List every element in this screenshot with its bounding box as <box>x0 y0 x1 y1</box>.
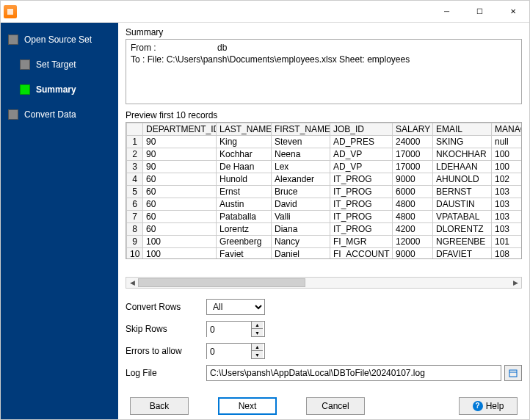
table-cell[interactable]: DLORENTZ <box>433 222 492 235</box>
table-row[interactable]: 9100GreenbergNancyFI_MGR12000NGREENBE101 <box>127 235 523 247</box>
sidebar-step-summary[interactable]: Summary <box>4 82 115 98</box>
table-cell[interactable]: null <box>492 135 523 148</box>
help-button[interactable]: ? Help <box>459 397 518 415</box>
table-cell[interactable]: Steven <box>272 135 330 148</box>
scroll-left-icon[interactable]: ◀ <box>126 278 138 288</box>
table-row[interactable]: 560ErnstBruceIT_PROG6000BERNST103 <box>127 185 523 198</box>
column-header[interactable]: LAST_NAME <box>217 123 272 135</box>
horizontal-scrollbar[interactable]: ◀ ▶ <box>126 277 522 289</box>
log-file-input[interactable] <box>206 365 501 381</box>
column-header[interactable]: EMAIL <box>433 123 492 135</box>
table-cell[interactable]: 4200 <box>393 222 433 235</box>
table-cell[interactable]: 17000 <box>393 160 433 173</box>
table-cell[interactable]: 100 <box>492 148 523 160</box>
minimize-button[interactable]: ─ <box>430 1 463 23</box>
table-cell[interactable]: 90 <box>143 160 217 173</box>
table-cell[interactable]: Valli <box>272 210 330 222</box>
row-number[interactable]: 2 <box>127 148 143 160</box>
column-header[interactable]: JOB_ID <box>330 123 393 135</box>
table-row[interactable]: 460HunoldAlexanderIT_PROG9000AHUNOLD102 <box>127 173 523 185</box>
table-cell[interactable]: AD_VP <box>330 160 393 173</box>
row-number[interactable]: 4 <box>127 173 143 185</box>
table-cell[interactable]: Faviet <box>217 247 272 259</box>
table-cell[interactable]: Lorentz <box>217 222 272 235</box>
table-cell[interactable]: BERNST <box>433 185 492 198</box>
table-cell[interactable]: DAUSTIN <box>433 198 492 210</box>
table-cell[interactable]: 90 <box>143 148 217 160</box>
column-header[interactable]: DEPARTMENT_ID <box>143 123 217 135</box>
table-cell[interactable]: IT_PROG <box>330 198 393 210</box>
table-cell[interactable]: 108 <box>492 247 523 259</box>
table-cell[interactable]: Hunold <box>217 173 272 185</box>
table-cell[interactable]: LDEHAAN <box>433 160 492 173</box>
table-cell[interactable]: 103 <box>492 210 523 222</box>
table-cell[interactable]: FI_MGR <box>330 235 393 247</box>
spinner-down-icon[interactable]: ▼ <box>252 329 263 336</box>
table-cell[interactable]: David <box>272 198 330 210</box>
skip-rows-input[interactable] <box>207 322 251 338</box>
table-cell[interactable]: 100 <box>143 235 217 247</box>
back-button[interactable]: Back <box>130 397 189 415</box>
table-cell[interactable]: 101 <box>492 235 523 247</box>
table-cell[interactable]: AD_VP <box>330 148 393 160</box>
table-cell[interactable]: 17000 <box>393 148 433 160</box>
close-button[interactable]: ✕ <box>496 1 529 23</box>
spinner-up-icon[interactable]: ▲ <box>252 344 263 352</box>
row-number[interactable]: 5 <box>127 185 143 198</box>
table-cell[interactable]: 103 <box>492 198 523 210</box>
convert-rows-select[interactable]: All <box>206 299 265 315</box>
column-header[interactable]: FIRST_NAME <box>272 123 330 135</box>
table-row[interactable]: 190KingStevenAD_PRES24000SKINGnull <box>127 135 523 148</box>
table-cell[interactable]: 60 <box>143 185 217 198</box>
table-cell[interactable]: 60 <box>143 210 217 222</box>
row-number[interactable]: 6 <box>127 198 143 210</box>
maximize-button[interactable]: ☐ <box>463 1 496 23</box>
table-cell[interactable]: 24000 <box>393 135 433 148</box>
table-cell[interactable]: AHUNOLD <box>433 173 492 185</box>
table-cell[interactable]: 4800 <box>393 198 433 210</box>
table-row[interactable]: 390De HaanLexAD_VP17000LDEHAAN100 <box>127 160 523 173</box>
table-cell[interactable]: Lex <box>272 160 330 173</box>
table-cell[interactable]: Nancy <box>272 235 330 247</box>
table-cell[interactable]: VPATABAL <box>433 210 492 222</box>
table-row[interactable]: 660AustinDavidIT_PROG4800DAUSTIN103 <box>127 198 523 210</box>
table-cell[interactable]: NGREENBE <box>433 235 492 247</box>
errors-allow-spinner[interactable]: ▲ ▼ <box>206 343 265 359</box>
table-cell[interactable]: Alexander <box>272 173 330 185</box>
sidebar-step-set-target[interactable]: Set Target <box>4 57 115 73</box>
scroll-track[interactable] <box>138 278 509 288</box>
sidebar-step-open-source[interactable]: Open Source Set <box>4 32 115 48</box>
row-number[interactable]: 1 <box>127 135 143 148</box>
row-number[interactable]: 7 <box>127 210 143 222</box>
scroll-thumb[interactable] <box>138 278 305 287</box>
table-cell[interactable]: 9000 <box>393 173 433 185</box>
table-cell[interactable]: FI_ACCOUNT <box>330 247 393 259</box>
table-cell[interactable]: Bruce <box>272 185 330 198</box>
table-cell[interactable]: 100 <box>492 160 523 173</box>
table-row[interactable]: 860LorentzDianaIT_PROG4200DLORENTZ103 <box>127 222 523 235</box>
table-cell[interactable]: AD_PRES <box>330 135 393 148</box>
table-cell[interactable]: Greenberg <box>217 235 272 247</box>
row-number[interactable]: 8 <box>127 222 143 235</box>
row-number[interactable]: 3 <box>127 160 143 173</box>
table-cell[interactable]: De Haan <box>217 160 272 173</box>
sidebar-step-convert-data[interactable]: Convert Data <box>4 106 115 123</box>
table-cell[interactable]: Kochhar <box>217 148 272 160</box>
table-cell[interactable]: 103 <box>492 185 523 198</box>
table-cell[interactable]: SKING <box>433 135 492 148</box>
errors-allow-input[interactable] <box>207 344 251 360</box>
table-cell[interactable]: 60 <box>143 173 217 185</box>
table-cell[interactable]: DFAVIET <box>433 247 492 259</box>
table-cell[interactable]: 60 <box>143 198 217 210</box>
column-header[interactable]: SALARY <box>393 123 433 135</box>
table-cell[interactable]: 6000 <box>393 185 433 198</box>
browse-log-file-button[interactable] <box>504 365 522 381</box>
table-cell[interactable]: 12000 <box>393 235 433 247</box>
row-number[interactable]: 10 <box>127 247 143 259</box>
table-cell[interactable]: Diana <box>272 222 330 235</box>
table-cell[interactable]: 60 <box>143 222 217 235</box>
table-cell[interactable]: Ernst <box>217 185 272 198</box>
table-cell[interactable]: 9000 <box>393 247 433 259</box>
table-cell[interactable]: IT_PROG <box>330 210 393 222</box>
table-cell[interactable]: Neena <box>272 148 330 160</box>
